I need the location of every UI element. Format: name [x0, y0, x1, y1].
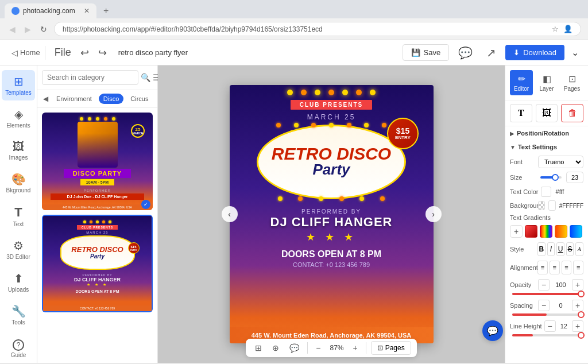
position-rotation-section[interactable]: ▶ Position/Rotation [505, 126, 588, 140]
text-gradients-row: Text Gradients [505, 212, 588, 223]
line-height-minus-button[interactable]: − [544, 320, 556, 332]
gradient-swatch-multi[interactable] [540, 225, 552, 238]
share-button[interactable]: ↗ [482, 44, 501, 62]
italic-button[interactable]: I [547, 242, 555, 256]
tab-pages[interactable]: ⊡ Pages [560, 70, 583, 95]
tmpl2-doors: DOORS OPEN AT 8 PM [75, 289, 119, 293]
favicon [11, 7, 20, 15]
pages-button[interactable]: ⊡ Pages [371, 341, 411, 355]
text-settings-section[interactable]: ▼ Text Settings [505, 140, 588, 154]
forward-button[interactable]: ▶ [22, 24, 33, 35]
gradient-swatch-cool[interactable] [570, 225, 582, 238]
new-tab-button[interactable]: + [99, 3, 113, 18]
more-options-button[interactable]: ⌄ [569, 45, 581, 60]
align-right-button[interactable]: ≡ [562, 261, 572, 274]
bg-color-swatch[interactable] [548, 200, 556, 211]
sidebar-item-templates[interactable]: ⊞ Templates [2, 70, 35, 100]
line-height-plus-button[interactable]: + [572, 320, 583, 332]
sidebar-item-tools[interactable]: 🔧 Tools [2, 300, 35, 330]
bold-button[interactable]: B [537, 242, 546, 256]
category-prev-button[interactable]: ◀ [42, 95, 49, 103]
text-style-button[interactable]: 𝐓 [510, 104, 532, 122]
tmpl1-performers: DJ John Doe - DJ CLIFF Hanger [51, 193, 144, 200]
sidebar-item-elements[interactable]: ◈ Elements [2, 103, 35, 133]
bg-checker-swatch[interactable] [538, 201, 545, 210]
right-panel-tabs: ✏ Editor ◧ Layer ⊡ Pages [505, 65, 588, 100]
font-select[interactable]: Trueno [538, 156, 583, 168]
size-row: Size [505, 170, 588, 185]
opacity-minus-button[interactable]: − [538, 279, 550, 291]
uppercase-button[interactable]: 𝐴 [575, 242, 583, 256]
spacing-slider[interactable] [512, 313, 581, 316]
panel-search-area: 🔍 ☰ [37, 65, 157, 90]
sidebar-item-background[interactable]: 🎨 Bkground [2, 168, 35, 198]
back-button[interactable]: ◀ [7, 24, 18, 35]
undo-button[interactable]: ↩ [78, 44, 91, 61]
zoom-in-button[interactable]: + [350, 341, 361, 355]
search-input[interactable] [42, 70, 138, 85]
delete-button[interactable]: 🗑 [561, 104, 583, 122]
opacity-slider[interactable] [512, 293, 581, 295]
size-input[interactable] [566, 172, 583, 183]
spacing-minus-button[interactable]: − [538, 300, 550, 311]
file-menu-button[interactable]: File [52, 44, 74, 61]
sidebar-item-text[interactable]: T Text [2, 200, 35, 232]
spacing-plus-button[interactable]: + [572, 300, 583, 311]
comment-bottom-button[interactable]: 💬 [286, 341, 303, 355]
size-slider[interactable] [540, 176, 562, 179]
grid-view-button[interactable]: ⊞ [252, 341, 265, 355]
text-color-swatch[interactable] [541, 187, 551, 197]
gradient-swatch-red[interactable] [525, 225, 537, 238]
line-height-slider[interactable] [512, 334, 581, 336]
category-bo[interactable]: Bo [155, 94, 157, 104]
strikethrough-button[interactable]: S [566, 242, 574, 256]
chat-button[interactable]: 💬 [482, 320, 503, 341]
dj-name[interactable]: DJ CLIFF HANGER [270, 215, 393, 230]
save-button[interactable]: 💾 Save [403, 44, 450, 61]
browser-tab[interactable]: photoacking.com ✕ [5, 3, 96, 18]
flyer-subtitle[interactable]: Party [312, 161, 350, 178]
template-card-2[interactable]: CLUB PRESENTS MARCH 25 RETRO DISCO Party… [42, 215, 153, 312]
canvas-next-button[interactable]: › [425, 206, 442, 222]
template-panel: 🔍 ☰ ◀ Environment Disco Circus Bo ▶ ⊡ [37, 65, 158, 363]
template-card-1[interactable]: 25 MARCH DISCO PARTY 10AM - 5PM PERFORME… [42, 113, 153, 210]
search-button[interactable]: 🔍 [141, 73, 150, 82]
align-left-button[interactable]: ≡ [537, 261, 548, 274]
bookmark-icon[interactable]: ☆ [552, 25, 559, 33]
canvas-prev-button[interactable]: ‹ [222, 206, 238, 222]
image-replace-button[interactable]: 🖼 [536, 104, 558, 122]
flyer-date[interactable]: MARCH 25 [307, 113, 356, 121]
category-environment[interactable]: Environment [52, 94, 96, 104]
tab-editor[interactable]: ✏ Editor [510, 70, 533, 95]
profile-icon[interactable]: 👤 [563, 25, 572, 33]
home-button[interactable]: ◁ Home [7, 46, 45, 60]
sidebar-item-guide[interactable]: ? Guide [2, 335, 35, 363]
redo-button[interactable]: ↪ [96, 44, 109, 61]
crop-button[interactable]: ⊕ [269, 341, 283, 355]
flyer-main-title[interactable]: RETRO DISCO [272, 146, 391, 161]
align-center-button[interactable]: ≡ [550, 261, 560, 274]
tab-close-button[interactable]: ✕ [84, 7, 90, 15]
category-tabs: ◀ Environment Disco Circus Bo ▶ ⊡ [37, 90, 157, 108]
underline-button[interactable]: U [556, 242, 564, 256]
address-bar[interactable]: https://photoacking.com/app/#/editor/h90… [54, 22, 581, 36]
tmpl1-time-label: 10AM - 5PM [80, 179, 114, 185]
doors-open[interactable]: DOORS OPEN AT 8 PM [281, 249, 381, 260]
sidebar-item-uploads[interactable]: ⬆ Uploads [2, 267, 35, 297]
download-button[interactable]: ⬇ Download [505, 45, 564, 60]
sidebar-item-3d-editor[interactable]: ⚙ 3D Editor [2, 234, 35, 265]
flyer-canvas[interactable]: CLUB PRESENTS MARCH 25 [230, 85, 434, 343]
align-justify-button[interactable]: ≡ [573, 261, 583, 274]
category-circus[interactable]: Circus [126, 94, 153, 104]
gradient-swatch-warm[interactable] [555, 225, 567, 238]
pages-icon: ⊡ [377, 344, 383, 352]
tab-layer[interactable]: ◧ Layer [535, 70, 558, 95]
zoom-out-button[interactable]: − [312, 341, 324, 355]
contact-info: CONTACT: +0 123 456 789 [293, 261, 370, 268]
add-gradient-button[interactable]: + [510, 225, 523, 238]
refresh-button[interactable]: ↻ [38, 24, 49, 35]
category-disco[interactable]: Disco [99, 94, 124, 104]
opacity-plus-button[interactable]: + [572, 279, 583, 291]
comment-button[interactable]: 💬 [454, 44, 477, 62]
sidebar-item-images[interactable]: 🖼 Images [2, 135, 35, 165]
